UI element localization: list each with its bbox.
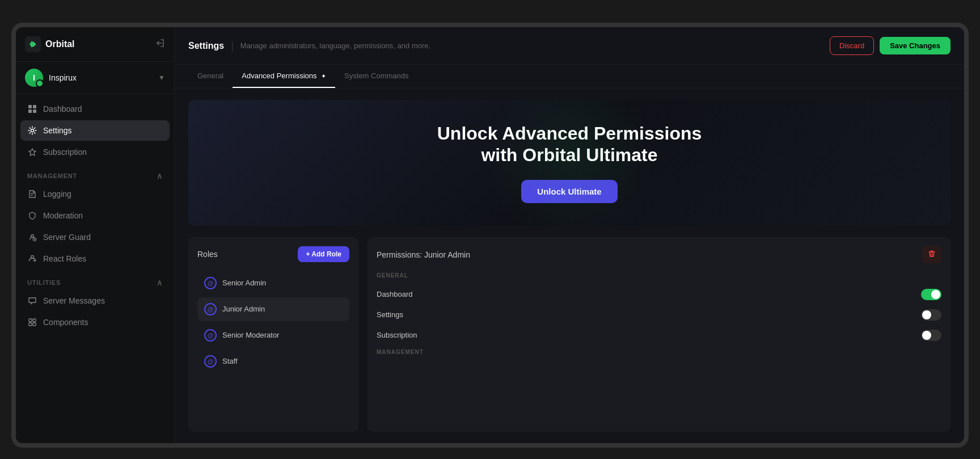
perm-subscription-toggle[interactable] — [921, 330, 941, 341]
sidebar-item-components[interactable]: Components — [20, 312, 170, 332]
server-messages-icon — [27, 296, 37, 306]
role-label-senior-admin: Senior Admin — [222, 279, 266, 287]
unlock-ultimate-button[interactable]: Unlock Ultimate — [521, 180, 617, 203]
perm-item-dashboard: Dashboard — [377, 284, 941, 305]
tabs-bar: General Advanced Permissions ✦ System Co… — [175, 65, 964, 89]
discard-button[interactable]: Discard — [830, 36, 874, 55]
permissions-header: Permissions: Junior Admin — [377, 246, 941, 263]
sidebar-item-react-roles[interactable]: React Roles — [20, 249, 170, 269]
sidebar-item-settings[interactable]: Settings — [20, 120, 170, 141]
role-icon-senior-admin: @ — [204, 277, 217, 289]
role-icon-staff: @ — [204, 355, 217, 368]
tab-system-commands[interactable]: System Commands — [335, 65, 417, 88]
svg-rect-3 — [28, 110, 32, 113]
server-selector[interactable]: I Inspirux ▼ — [16, 62, 174, 94]
sidebar-item-server-guard[interactable]: Server Guard — [20, 227, 170, 247]
perm-general-label: GENERAL — [377, 272, 941, 279]
react-roles-label: React Roles — [43, 254, 86, 263]
management-section-label: MANAGEMENT ∧ — [20, 163, 170, 184]
role-label-senior-moderator: Senior Moderator — [222, 331, 279, 339]
server-avatar: I — [25, 69, 43, 87]
perm-item-subscription: Subscription — [377, 325, 941, 346]
components-icon — [27, 317, 37, 327]
server-chevron-icon: ▼ — [158, 74, 165, 82]
sidebar-header: Orbital — [16, 27, 174, 62]
role-icon-senior-moderator: @ — [204, 329, 217, 342]
logging-icon — [27, 189, 37, 199]
role-label-staff: Staff — [222, 357, 238, 365]
moderation-label: Moderation — [43, 211, 83, 220]
save-changes-button[interactable]: Save Changes — [880, 37, 951, 54]
sidebar-item-server-messages[interactable]: Server Messages — [20, 290, 170, 311]
add-role-button[interactable]: + Add Role — [298, 246, 349, 262]
sidebar-item-subscription[interactable]: Subscription — [20, 142, 170, 162]
content-wrapper: Unlock Advanced Permissions with Orbital… — [175, 89, 964, 443]
perm-dashboard-toggle[interactable] — [921, 289, 941, 300]
main-content: Settings | Manage administrators, langua… — [175, 27, 964, 443]
settings-label: Settings — [43, 126, 72, 135]
roles-panel-header: Roles + Add Role — [197, 246, 349, 262]
sidebar-item-logging[interactable]: Logging — [20, 184, 170, 204]
page-title: Settings — [188, 41, 224, 51]
svg-rect-13 — [29, 319, 32, 322]
device-frame: Orbital I Inspirux ▼ — [11, 23, 969, 448]
roles-panel: Roles + Add Role @ Senior Admin @ Junior… — [188, 237, 358, 432]
settings-icon — [27, 125, 37, 136]
subscription-icon — [27, 147, 37, 157]
svg-rect-2 — [33, 105, 36, 108]
permissions-title: Permissions: Junior Admin — [377, 250, 470, 259]
tab-advanced-permissions[interactable]: Advanced Permissions ✦ — [233, 65, 335, 88]
sidebar-item-dashboard[interactable]: Dashboard — [20, 99, 170, 119]
role-icon-junior-admin: @ — [204, 303, 217, 315]
perm-management-label: MANAGEMENT — [377, 349, 941, 355]
role-item-senior-admin[interactable]: @ Senior Admin — [197, 271, 349, 295]
svg-rect-1 — [28, 105, 32, 108]
svg-rect-16 — [33, 323, 36, 326]
header-left: Settings | Manage administrators, langua… — [188, 40, 430, 52]
role-item-junior-admin[interactable]: @ Junior Admin — [197, 297, 349, 321]
perm-dashboard-label: Dashboard — [377, 290, 413, 298]
upgrade-title: Unlock Advanced Permissions with Orbital… — [202, 123, 937, 166]
server-guard-label: Server Guard — [43, 233, 91, 242]
subscription-label: Subscription — [43, 148, 87, 157]
perm-item-settings: Settings — [377, 305, 941, 325]
sparkle-icon: ✦ — [321, 73, 326, 79]
perm-subscription-label: Subscription — [377, 331, 417, 339]
upgrade-banner: Unlock Advanced Permissions with Orbital… — [188, 100, 951, 226]
utilities-section-label: UTILITIES ∧ — [20, 270, 170, 290]
delete-role-button[interactable] — [922, 246, 941, 263]
nav-items: Dashboard Settings — [16, 94, 174, 443]
sidebar-logo-text: Orbital — [45, 39, 75, 49]
perm-settings-label: Settings — [377, 310, 403, 319]
header-actions: Discard Save Changes — [830, 36, 951, 55]
role-item-staff[interactable]: @ Staff — [197, 349, 349, 373]
dashboard-label: Dashboard — [43, 104, 82, 113]
perm-settings-toggle[interactable] — [921, 309, 941, 321]
management-collapse-btn[interactable]: ∧ — [157, 171, 163, 180]
roles-section-label: Roles — [197, 250, 218, 259]
react-roles-icon — [27, 254, 37, 264]
app-container: Orbital I Inspirux ▼ — [16, 27, 964, 443]
header-divider: | — [231, 40, 234, 52]
components-label: Components — [43, 318, 88, 327]
utilities-collapse-btn[interactable]: ∧ — [157, 278, 163, 287]
server-guard-icon — [27, 232, 37, 242]
dashboard-icon — [27, 104, 37, 114]
bottom-section: Roles + Add Role @ Senior Admin @ Junior… — [188, 237, 951, 432]
sidebar-item-moderation[interactable]: Moderation — [20, 205, 170, 226]
role-label-junior-admin: Junior Admin — [222, 305, 265, 313]
logging-label: Logging — [43, 190, 71, 199]
svg-rect-4 — [33, 110, 36, 113]
permissions-panel: Permissions: Junior Admin GENERAL Dashbo… — [368, 237, 951, 432]
header-subtitle: Manage administrators, language, permiss… — [240, 41, 430, 50]
server-name: Inspirux — [49, 73, 153, 82]
orbital-logo-icon — [25, 36, 41, 52]
sidebar-logo: Orbital — [25, 36, 75, 52]
svg-rect-15 — [29, 323, 32, 326]
svg-point-5 — [31, 129, 34, 132]
sidebar: Orbital I Inspirux ▼ — [16, 27, 175, 443]
role-item-senior-moderator[interactable]: @ Senior Moderator — [197, 323, 349, 347]
tab-general[interactable]: General — [188, 65, 233, 88]
exit-button[interactable] — [155, 38, 165, 51]
svg-rect-14 — [33, 319, 36, 322]
